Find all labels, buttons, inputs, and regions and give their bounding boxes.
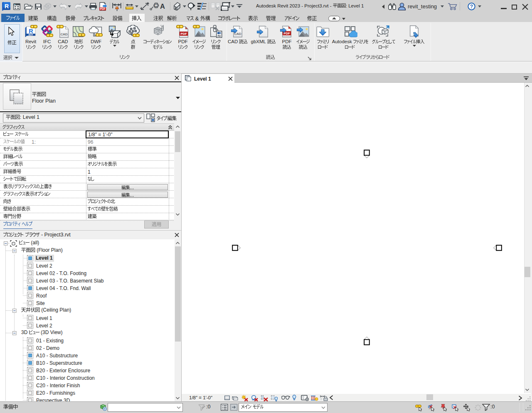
svg-text:1: 1 xyxy=(155,4,157,7)
svg-text:R: R xyxy=(5,3,9,10)
svg-text:PDF: PDF xyxy=(181,32,187,36)
svg-text:RVT: RVT xyxy=(29,34,34,36)
svg-text:PDF: PDF xyxy=(100,7,106,10)
svg-text:?: ? xyxy=(470,4,473,10)
svg-text:PDF: PDF xyxy=(284,32,290,35)
svg-text:CAD: CAD xyxy=(60,32,67,36)
